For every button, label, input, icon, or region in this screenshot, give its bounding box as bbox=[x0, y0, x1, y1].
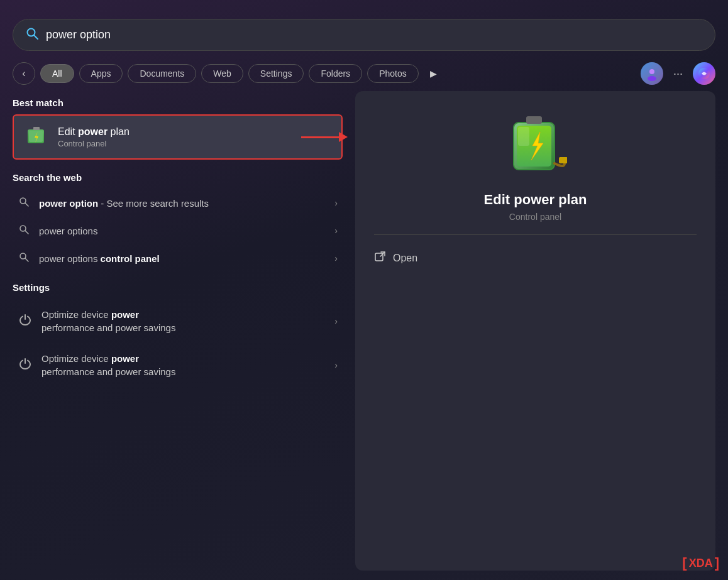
search-input[interactable] bbox=[46, 28, 702, 41]
xda-logo: [ XDA ] bbox=[682, 555, 719, 571]
settings-section-label: Settings bbox=[13, 282, 343, 293]
search-web-items: power option - See more search results ›… bbox=[13, 189, 343, 272]
tab-photos[interactable]: Photos bbox=[367, 64, 419, 83]
search-web-text-1: power options bbox=[39, 226, 326, 236]
right-panel-title: Edit power plan bbox=[484, 192, 587, 208]
search-icon-2 bbox=[18, 252, 30, 265]
open-button[interactable]: Open bbox=[374, 245, 697, 271]
best-match-item[interactable]: Edit power plan Control panel bbox=[13, 114, 343, 160]
right-panel-icon bbox=[504, 110, 567, 179]
xda-bracket-right: ] bbox=[715, 555, 719, 571]
tab-settings[interactable]: Settings bbox=[248, 64, 304, 83]
svg-rect-7 bbox=[33, 127, 40, 130]
more-options-button[interactable]: ··· bbox=[668, 65, 688, 83]
search-web-item-0[interactable]: power option - See more search results › bbox=[13, 189, 343, 217]
best-match-label: Best match bbox=[13, 97, 343, 108]
settings-items: Optimize device powerperformance and pow… bbox=[13, 299, 343, 387]
power-icon-0 bbox=[18, 314, 33, 329]
xda-bracket-left: [ bbox=[682, 555, 687, 571]
svg-line-1 bbox=[34, 35, 38, 39]
search-web-item-2[interactable]: power options control panel › bbox=[13, 244, 343, 272]
xda-text: XDA bbox=[689, 557, 713, 570]
right-panel-subtitle: Control panel bbox=[509, 212, 561, 222]
open-label: Open bbox=[393, 253, 417, 264]
more-filters-button[interactable]: ▶ bbox=[424, 63, 444, 84]
chevron-icon-2: › bbox=[334, 253, 338, 263]
settings-text-0: Optimize device powerperformance and pow… bbox=[41, 308, 326, 334]
search-web-item-1[interactable]: power options › bbox=[13, 217, 343, 244]
right-panel: Edit power plan Control panel Open bbox=[355, 91, 715, 571]
search-web-label: Search the web bbox=[13, 172, 343, 183]
search-web-text-2: power options control panel bbox=[39, 253, 326, 264]
settings-text-1: Optimize device powerperformance and pow… bbox=[41, 352, 326, 378]
svg-rect-16 bbox=[526, 116, 542, 124]
search-icon bbox=[26, 27, 38, 43]
search-bar bbox=[13, 19, 715, 51]
svg-line-9 bbox=[25, 203, 28, 206]
best-match-text: Edit power plan Control panel bbox=[58, 126, 130, 148]
tab-apps[interactable]: Apps bbox=[79, 64, 123, 83]
best-match-icon bbox=[24, 124, 49, 150]
xda-watermark: [ XDA ] bbox=[682, 555, 719, 571]
settings-item-0[interactable]: Optimize device powerperformance and pow… bbox=[13, 299, 343, 343]
tab-web[interactable]: Web bbox=[201, 64, 243, 83]
avatar[interactable] bbox=[641, 62, 663, 85]
left-panel: Best match bbox=[13, 91, 355, 571]
filter-tabs: ‹ All Apps Documents Web Settings Folder… bbox=[0, 51, 728, 91]
tab-all[interactable]: All bbox=[40, 64, 74, 83]
right-panel-divider bbox=[374, 234, 697, 235]
search-icon-1 bbox=[18, 224, 30, 237]
back-button[interactable]: ‹ bbox=[13, 62, 35, 85]
svg-point-2 bbox=[649, 69, 654, 74]
svg-rect-17 bbox=[518, 127, 529, 146]
copilot-button[interactable] bbox=[693, 62, 715, 85]
svg-rect-18 bbox=[559, 157, 567, 163]
svg-point-3 bbox=[648, 76, 656, 81]
search-web-text-0: power option - See more search results bbox=[39, 198, 326, 209]
settings-item-1[interactable]: Optimize device powerperformance and pow… bbox=[13, 343, 343, 387]
power-icon-1 bbox=[18, 358, 33, 373]
search-icon-0 bbox=[18, 197, 30, 209]
main-content: Best match bbox=[0, 91, 728, 571]
chevron-icon-1: › bbox=[334, 226, 338, 236]
chevron-settings-1: › bbox=[334, 360, 338, 370]
tab-folders[interactable]: Folders bbox=[309, 64, 362, 83]
open-external-icon bbox=[374, 250, 387, 266]
svg-line-11 bbox=[25, 231, 28, 234]
best-match-subtitle: Control panel bbox=[58, 139, 130, 148]
chevron-settings-0: › bbox=[334, 316, 338, 326]
chevron-icon-0: › bbox=[334, 198, 338, 208]
tab-documents[interactable]: Documents bbox=[128, 64, 196, 83]
svg-line-13 bbox=[25, 258, 28, 261]
search-container bbox=[0, 0, 728, 51]
best-match-title: Edit power plan bbox=[58, 126, 130, 138]
